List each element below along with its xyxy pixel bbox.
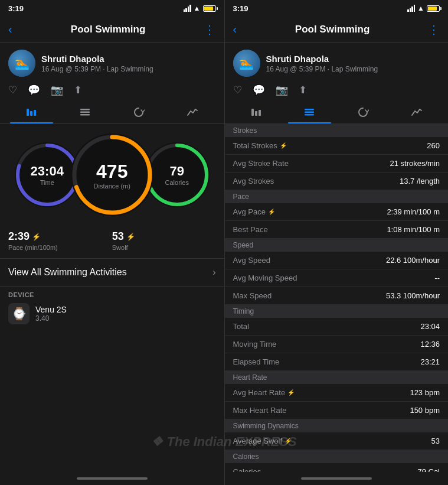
pace-icon: ⚡ <box>32 233 41 241</box>
time-label: Time <box>40 179 54 186</box>
time-value: 23:04 <box>31 164 64 179</box>
stats-row-value: 123 bpm <box>410 388 440 397</box>
stats-row-label: Total Strokes ⚡ <box>233 141 287 150</box>
wifi-icon: ▲ <box>194 4 201 12</box>
tab-chart-left[interactable] <box>5 101 58 123</box>
stats-row-label: Max Speed <box>233 291 272 300</box>
tab-laps-right[interactable] <box>336 101 390 123</box>
camera-icon-right[interactable]: 📷 <box>276 84 288 96</box>
device-info: Venu 2S 3.40 <box>35 305 67 323</box>
stats-row-value: 53.3 100m/hour <box>386 291 440 300</box>
stats-row-value: 79 Cal <box>417 467 440 472</box>
svg-rect-3 <box>80 109 90 110</box>
calories-value: 79 <box>170 164 184 179</box>
stats-section-header: Pace <box>225 190 449 203</box>
svg-rect-13 <box>255 111 257 116</box>
stats-row: 2:39 ⚡ Pace (min/100m) 53 ⚡ Swolf <box>0 226 224 259</box>
user-info-left: Shruti Dhapola 16 Aug @ 5:39 PM · Lap Sw… <box>41 54 153 73</box>
app-header-right: ‹ Pool Swimming ⋮ <box>225 17 449 43</box>
graph-tab-icon-right <box>411 106 423 118</box>
content-left: 23:04 Time 475 Distance (m) <box>0 124 224 472</box>
stats-row-label: Avg Moving Speed <box>233 274 297 282</box>
stats-row-value: 23:04 <box>420 322 440 331</box>
stats-row-label: Avg Speed <box>233 256 270 265</box>
device-section: DEVICE ⌚ Venu 2S 3.40 <box>0 287 224 327</box>
stats-row-value: 21 strokes/min <box>390 159 440 168</box>
stats-row-label: Best Pace <box>233 225 268 234</box>
stats-row-item: Average Swolf ⚡53 <box>225 432 449 450</box>
action-icons-right: ♡ 💬 📷 ⬆ <box>225 82 449 101</box>
tab-graph-right[interactable] <box>390 101 443 123</box>
stats-section-header: Heart Rate <box>225 371 449 384</box>
stats-row-label: Avg Strokes <box>233 177 274 185</box>
stats-row-label: Total <box>233 322 249 331</box>
stats-row-value: 13.7 /length <box>400 177 440 185</box>
stats-row-item: Avg Stroke Rate21 strokes/min <box>225 155 449 172</box>
stats-section-header: Timing <box>225 305 449 318</box>
svg-rect-12 <box>251 109 254 116</box>
tab-graph-left[interactable] <box>166 101 220 123</box>
wifi-icon-right: ▲ <box>417 4 424 12</box>
list-tab-icon-right <box>303 106 315 118</box>
stats-section-header: Calories <box>225 450 449 463</box>
circles-wrapper: 23:04 Time 475 Distance (m) <box>15 134 210 216</box>
tab-chart-right[interactable] <box>230 101 283 123</box>
back-button-left[interactable]: ‹ <box>8 22 12 36</box>
stats-section-header: Strokes <box>225 124 449 137</box>
more-button-left[interactable]: ⋮ <box>204 22 215 37</box>
battery-icon <box>203 5 216 12</box>
svg-rect-16 <box>305 112 314 113</box>
back-button-right[interactable]: ‹ <box>233 22 237 36</box>
home-bar-right <box>301 477 372 480</box>
activity-icon: ⚡ <box>285 438 292 444</box>
stats-row-label: Avg Stroke Rate <box>233 159 289 168</box>
list-tab-icon <box>79 106 91 118</box>
user-date-left: 16 Aug @ 5:39 PM · Lap Swimming <box>41 65 153 73</box>
view-all-text: View All Swimming Activities <box>8 267 127 278</box>
app-header-left: ‹ Pool Swimming ⋮ <box>0 17 224 43</box>
stats-row-item: Avg Speed22.6 100m/hour <box>225 252 449 269</box>
stats-row-value: 22.6 100m/hour <box>386 256 440 265</box>
more-button-right[interactable]: ⋮ <box>428 22 440 37</box>
calories-circle: 79 Calories <box>145 142 210 207</box>
user-section-right: 🏊 Shruti Dhapola 16 Aug @ 5:39 PM · Lap … <box>225 43 449 82</box>
time-circle: 23:04 Time <box>15 142 80 207</box>
comment-icon[interactable]: 💬 <box>28 84 40 96</box>
distance-circle: 475 Distance (m) <box>71 134 153 216</box>
distance-value: 475 <box>96 161 127 183</box>
stats-row-label: Avg Heart Rate ⚡ <box>233 388 295 397</box>
like-icon-right[interactable]: ♡ <box>233 84 242 96</box>
stats-row-item: Avg Strokes13.7 /length <box>225 172 449 190</box>
action-icons-left: ♡ 💬 📷 ⬆ <box>0 82 224 101</box>
stats-row-label: Max Heart Rate <box>233 406 287 415</box>
share-icon[interactable]: ⬆ <box>74 84 82 96</box>
stats-row-value: 260 <box>427 141 440 150</box>
stats-row-item: Calories79 Cal <box>225 463 449 472</box>
like-icon[interactable]: ♡ <box>8 84 17 96</box>
svg-rect-14 <box>259 110 261 116</box>
tab-laps-left[interactable] <box>112 101 166 123</box>
activity-icon: ⚡ <box>280 142 287 149</box>
svg-rect-5 <box>80 114 90 116</box>
tab-list-left[interactable] <box>58 101 112 123</box>
stats-row-value: 23:21 <box>420 357 440 366</box>
view-all-row[interactable]: View All Swimming Activities › <box>0 259 224 287</box>
share-icon-right[interactable]: ⬆ <box>299 84 307 96</box>
status-bar-right: 3:19 ▲ <box>225 0 449 17</box>
comment-icon-right[interactable]: 💬 <box>253 84 265 96</box>
tab-list-right[interactable] <box>283 101 336 123</box>
svg-rect-15 <box>305 109 314 110</box>
page-title-right: Pool Swimming <box>295 24 370 35</box>
swolf-label: Swolf <box>112 244 216 251</box>
user-name-right: Shruti Dhapola <box>266 54 378 64</box>
avatar-right: 🏊 <box>233 50 260 77</box>
stats-row-value: 53 <box>431 437 440 445</box>
swolf-value: 53 ⚡ <box>112 230 216 243</box>
user-info-right: Shruti Dhapola 16 Aug @ 5:39 PM · Lap Sw… <box>266 54 378 73</box>
laps-tab-icon <box>133 106 145 118</box>
camera-icon[interactable]: 📷 <box>51 84 63 96</box>
stats-row-value: -- <box>434 274 440 282</box>
stats-row-value: 12:36 <box>420 340 440 349</box>
metrics-area: 23:04 Time 475 Distance (m) <box>0 124 224 226</box>
stats-section-header: Swimming Dynamics <box>225 419 449 432</box>
